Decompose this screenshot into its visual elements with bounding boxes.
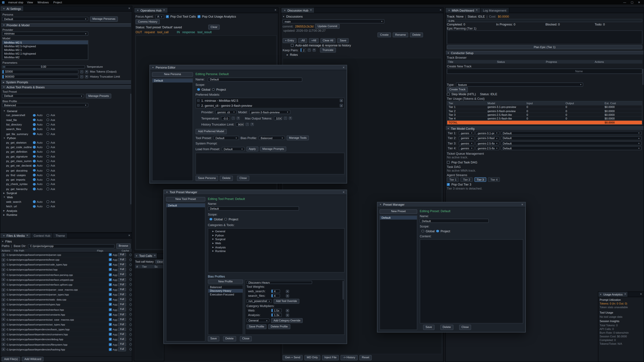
panel-close-icon[interactable]: [638, 293, 644, 296]
menu-item[interactable]: Project: [53, 1, 62, 4]
chevron-down-icon[interactable]: [166, 191, 168, 193]
save-discussion-button[interactable]: Save: [337, 38, 349, 43]
history-limit-input[interactable]: 900000: [2, 75, 78, 79]
tool-group-web[interactable]: Web: [1, 195, 131, 199]
manage-tools-button[interactable]: Manage Tools: [286, 135, 309, 140]
pop-out-tier3-checkbox[interactable]: [447, 183, 450, 186]
tier-model-select[interactable]: gemini-2.5-flash-lite: [476, 146, 500, 150]
reorder-handle-icon[interactable]: [197, 104, 200, 107]
file-row[interactable]: x C:/projects/gencpp/base/components/sta…: [0, 297, 132, 302]
discussion-branch-select[interactable]: main: [282, 19, 384, 23]
file-row[interactable]: x C:/projects/gencpp/base/components/par…: [0, 287, 132, 292]
auto-radio[interactable]: [33, 150, 36, 153]
agg-checkbox[interactable]: [109, 298, 112, 301]
decrement-button[interactable]: -: [232, 117, 235, 120]
tab-close-icon[interactable]: [154, 254, 156, 257]
chevron-down-icon[interactable]: [3, 7, 5, 9]
decrement-button[interactable]: -: [308, 48, 311, 52]
agg-checkbox[interactable]: [109, 273, 112, 276]
decrement-button[interactable]: -: [284, 117, 287, 120]
increment-button[interactable]: +: [312, 48, 316, 52]
close-dialog-button[interactable]: Close: [459, 325, 471, 330]
chevron-right-icon[interactable]: [212, 238, 214, 240]
auto-radio[interactable]: [33, 183, 36, 186]
multiplier-input[interactable]: 1.5x: [271, 309, 282, 312]
agg-checkbox[interactable]: [109, 253, 112, 256]
remove-override-icon[interactable]: [286, 309, 289, 312]
agg-checkbox[interactable]: [109, 283, 112, 286]
chevron-down-icon[interactable]: [600, 293, 602, 295]
remove-file-button[interactable]: x: [2, 343, 5, 346]
tool-preset-titlebar[interactable]: Tool Preset Manager: [164, 190, 347, 195]
remove-file-button[interactable]: x: [2, 253, 5, 256]
agg-checkbox[interactable]: [109, 278, 112, 281]
save-preset-button[interactable]: Save: [423, 325, 434, 330]
scope-global-radio[interactable]: [210, 218, 212, 221]
update-commit-button[interactable]: Update Commit: [315, 24, 340, 29]
preset-list-item[interactable]: Default: [380, 216, 417, 220]
tab-tool-calls[interactable]: Tool Calls: [134, 253, 158, 258]
tier-preset-select[interactable]: Default: [500, 136, 642, 140]
plan-epic-button[interactable]: Plan Epic (Tier 1): [447, 45, 642, 49]
tool-preset-list-item[interactable]: Default: [166, 204, 205, 207]
category-tree-item[interactable]: General: [208, 229, 344, 233]
new-profile-button[interactable]: New Profile: [208, 280, 243, 284]
remove-file-button[interactable]: x: [2, 318, 5, 321]
scrollbar-thumb[interactable]: [642, 68, 644, 85]
full-button[interactable]: Full: [118, 313, 126, 317]
ask-radio[interactable]: [46, 132, 49, 135]
tier-preset-select[interactable]: Default: [500, 141, 642, 145]
scope-global-radio[interactable]: [197, 88, 200, 91]
system-prompt-textarea[interactable]: [196, 153, 345, 174]
stream-tier-tab[interactable]: Tier 1: [447, 177, 459, 182]
increment-button[interactable]: +: [85, 70, 88, 73]
tier-provider-select[interactable]: gemini: [459, 146, 474, 150]
preferred-model-row[interactable]: 1. minimax - MiniMax-M2.5: [196, 98, 344, 103]
add-tool-override-button[interactable]: Add Tool Override: [274, 299, 299, 304]
ask-radio[interactable]: [46, 118, 49, 121]
full-button[interactable]: Full: [118, 268, 126, 272]
preset-name-input[interactable]: Default: [420, 219, 489, 223]
increment-button[interactable]: +: [251, 123, 254, 126]
file-row[interactable]: x C:/projects/gencpp/base/dependencies/d…: [0, 337, 132, 342]
remove-file-button[interactable]: x: [2, 268, 5, 271]
ask-radio[interactable]: [46, 123, 49, 126]
full-button[interactable]: Full: [118, 348, 126, 351]
provider-model-section-header[interactable]: Provider & Model: [1, 23, 131, 27]
stream-tier-tab[interactable]: Tier 2: [460, 177, 472, 182]
file-row[interactable]: x C:/projects/gencpp/base/components/con…: [0, 312, 132, 317]
preset-manager-titlebar[interactable]: Preset Manager: [378, 202, 526, 207]
save-persona-button[interactable]: Save Persona: [196, 176, 218, 181]
auto-radio[interactable]: [33, 164, 36, 167]
clear-tool-calls-button[interactable]: Clear: [155, 260, 164, 264]
dialog-close-icon[interactable]: [343, 191, 344, 194]
tool-group-general[interactable]: General: [1, 109, 131, 113]
remove-file-button[interactable]: x: [2, 308, 5, 311]
persona-list-item[interactable]: Default: [152, 79, 193, 83]
ask-radio[interactable]: [46, 169, 49, 172]
model-list-item[interactable]: MiniMax-M2.1: [2, 48, 88, 52]
discussion-footer-button[interactable]: Inject File: [322, 355, 339, 360]
tool-preset-select[interactable]: Default: [214, 136, 239, 140]
load-preset-select[interactable]: Default: [222, 147, 245, 151]
model-list-item[interactable]: MiniMax-M2.5: [2, 40, 88, 44]
tier-provider-select[interactable]: gemini: [459, 141, 474, 145]
full-button[interactable]: Full: [118, 283, 126, 287]
full-button[interactable]: Full: [118, 288, 126, 292]
file-row[interactable]: x C:/projects/gencpp/base/components/par…: [0, 292, 132, 297]
full-button[interactable]: Full: [118, 343, 126, 346]
tool-group-surgical[interactable]: Surgical: [1, 191, 131, 195]
agg-checkbox[interactable]: [109, 263, 112, 266]
tab-close-icon[interactable]: [624, 293, 626, 296]
chevron-down-icon[interactable]: [3, 235, 5, 237]
file-row[interactable]: x C:/projects/gencpp/base/components/par…: [0, 252, 132, 257]
persona-select[interactable]: Default: [2, 17, 88, 21]
auto-radio[interactable]: [33, 188, 36, 190]
scope-global-radio[interactable]: [422, 230, 424, 232]
close-icon[interactable]: ✕: [638, 1, 640, 4]
active-tool-presets-section-header[interactable]: Active Tool Presets & Biases: [1, 85, 131, 89]
ask-radio[interactable]: [46, 114, 49, 117]
tab-usage-analytics[interactable]: Usage Analytics: [598, 292, 628, 297]
menu-item[interactable]: Windows: [38, 1, 49, 4]
close-dialog-button[interactable]: Close: [237, 176, 250, 181]
